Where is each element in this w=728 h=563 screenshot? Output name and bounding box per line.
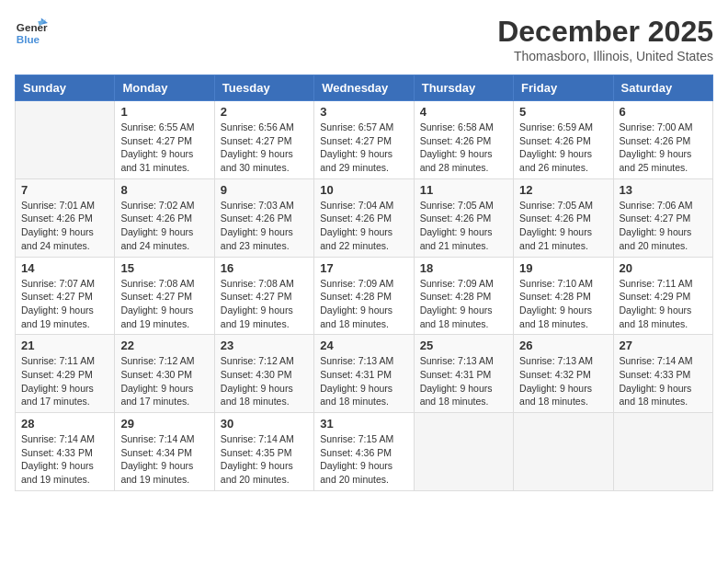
day-number: 29 <box>120 417 208 431</box>
calendar-day-cell: 15Sunrise: 7:08 AMSunset: 4:27 PMDayligh… <box>115 257 214 335</box>
calendar-day-cell: 24Sunrise: 7:13 AMSunset: 4:31 PMDayligh… <box>314 335 414 413</box>
day-number: 18 <box>420 261 507 275</box>
calendar-day-cell: 31Sunrise: 7:15 AMSunset: 4:36 PMDayligh… <box>314 413 414 491</box>
day-info: Sunrise: 7:13 AMSunset: 4:31 PMDaylight:… <box>320 354 407 408</box>
calendar-day-cell <box>514 413 613 491</box>
day-info: Sunrise: 7:07 AMSunset: 4:27 PMDaylight:… <box>21 277 108 331</box>
day-info: Sunrise: 7:14 AMSunset: 4:34 PMDaylight:… <box>120 432 208 487</box>
day-info: Sunrise: 7:05 AMSunset: 4:26 PMDaylight:… <box>420 199 507 253</box>
location-subtitle: Thomasboro, Illinois, United States <box>497 49 713 63</box>
calendar-day-cell: 8Sunrise: 7:02 AMSunset: 4:26 PMDaylight… <box>115 178 214 257</box>
weekday-header-cell: Thursday <box>414 75 513 101</box>
day-info: Sunrise: 7:08 AMSunset: 4:27 PMDaylight:… <box>221 277 308 331</box>
day-number: 30 <box>221 417 308 431</box>
calendar-day-cell: 23Sunrise: 7:12 AMSunset: 4:30 PMDayligh… <box>214 335 313 413</box>
weekday-header-cell: Friday <box>514 75 613 101</box>
day-number: 13 <box>620 183 707 197</box>
calendar-body: 1Sunrise: 6:55 AMSunset: 4:27 PMDaylight… <box>16 101 713 491</box>
day-info: Sunrise: 7:11 AMSunset: 4:29 PMDaylight:… <box>21 354 108 408</box>
day-info: Sunrise: 6:56 AMSunset: 4:27 PMDaylight:… <box>221 121 308 175</box>
day-info: Sunrise: 6:58 AMSunset: 4:26 PMDaylight:… <box>420 121 507 175</box>
day-info: Sunrise: 7:14 AMSunset: 4:33 PMDaylight:… <box>21 432 108 487</box>
day-number: 6 <box>620 105 707 119</box>
calendar-day-cell: 30Sunrise: 7:14 AMSunset: 4:35 PMDayligh… <box>214 413 313 491</box>
day-number: 14 <box>21 261 108 275</box>
calendar-day-cell: 3Sunrise: 6:57 AMSunset: 4:27 PMDaylight… <box>314 101 414 179</box>
day-number: 21 <box>21 339 108 352</box>
day-number: 10 <box>320 183 407 197</box>
day-info: Sunrise: 6:55 AMSunset: 4:27 PMDaylight:… <box>120 121 208 175</box>
title-block: December 2025 Thomasboro, Illinois, Unit… <box>497 15 713 63</box>
day-info: Sunrise: 7:14 AMSunset: 4:33 PMDaylight:… <box>620 354 707 408</box>
calendar-day-cell: 11Sunrise: 7:05 AMSunset: 4:26 PMDayligh… <box>414 178 513 257</box>
calendar-day-cell: 19Sunrise: 7:10 AMSunset: 4:28 PMDayligh… <box>514 257 613 335</box>
calendar-day-cell: 12Sunrise: 7:05 AMSunset: 4:26 PMDayligh… <box>514 178 613 257</box>
day-number: 19 <box>519 261 607 275</box>
day-info: Sunrise: 7:05 AMSunset: 4:26 PMDaylight:… <box>519 199 607 253</box>
day-number: 9 <box>221 183 308 197</box>
calendar-day-cell: 14Sunrise: 7:07 AMSunset: 4:27 PMDayligh… <box>16 257 115 335</box>
day-info: Sunrise: 6:57 AMSunset: 4:27 PMDaylight:… <box>320 121 407 175</box>
day-info: Sunrise: 7:09 AMSunset: 4:28 PMDaylight:… <box>420 277 507 331</box>
day-info: Sunrise: 7:12 AMSunset: 4:30 PMDaylight:… <box>221 354 308 408</box>
calendar-day-cell: 29Sunrise: 7:14 AMSunset: 4:34 PMDayligh… <box>115 413 214 491</box>
day-number: 25 <box>420 339 507 352</box>
day-number: 20 <box>620 261 707 275</box>
day-number: 3 <box>320 105 407 119</box>
weekday-header-cell: Monday <box>115 75 214 101</box>
weekday-header-row: SundayMondayTuesdayWednesdayThursdayFrid… <box>16 75 713 101</box>
day-number: 5 <box>519 105 607 119</box>
calendar-week-row: 14Sunrise: 7:07 AMSunset: 4:27 PMDayligh… <box>16 257 713 335</box>
calendar-day-cell: 9Sunrise: 7:03 AMSunset: 4:26 PMDaylight… <box>214 178 313 257</box>
day-info: Sunrise: 7:08 AMSunset: 4:27 PMDaylight:… <box>120 277 208 331</box>
day-info: Sunrise: 7:03 AMSunset: 4:26 PMDaylight:… <box>221 199 308 253</box>
calendar-day-cell: 13Sunrise: 7:06 AMSunset: 4:27 PMDayligh… <box>613 178 712 257</box>
calendar-week-row: 21Sunrise: 7:11 AMSunset: 4:29 PMDayligh… <box>16 335 713 413</box>
calendar-day-cell <box>414 413 513 491</box>
day-number: 27 <box>620 339 707 352</box>
calendar-day-cell <box>613 413 712 491</box>
calendar-day-cell: 5Sunrise: 6:59 AMSunset: 4:26 PMDaylight… <box>514 101 613 179</box>
weekday-header-cell: Wednesday <box>314 75 414 101</box>
weekday-header-cell: Saturday <box>613 75 712 101</box>
day-number: 26 <box>519 339 607 352</box>
svg-text:Blue: Blue <box>17 33 40 45</box>
calendar-day-cell <box>16 101 115 179</box>
calendar-week-row: 7Sunrise: 7:01 AMSunset: 4:26 PMDaylight… <box>16 178 713 257</box>
day-info: Sunrise: 7:13 AMSunset: 4:32 PMDaylight:… <box>519 354 607 408</box>
calendar-day-cell: 25Sunrise: 7:13 AMSunset: 4:31 PMDayligh… <box>414 335 513 413</box>
day-number: 31 <box>320 417 407 431</box>
day-number: 22 <box>120 339 208 352</box>
day-number: 16 <box>221 261 308 275</box>
calendar-day-cell: 21Sunrise: 7:11 AMSunset: 4:29 PMDayligh… <box>16 335 115 413</box>
calendar-day-cell: 26Sunrise: 7:13 AMSunset: 4:32 PMDayligh… <box>514 335 613 413</box>
day-number: 7 <box>21 183 108 197</box>
day-number: 2 <box>221 105 308 119</box>
day-info: Sunrise: 7:10 AMSunset: 4:28 PMDaylight:… <box>519 277 607 331</box>
day-number: 23 <box>221 339 308 352</box>
logo: General Blue <box>15 15 48 48</box>
logo-icon: General Blue <box>15 15 48 48</box>
day-number: 8 <box>120 183 208 197</box>
day-info: Sunrise: 7:09 AMSunset: 4:28 PMDaylight:… <box>320 277 407 331</box>
day-number: 17 <box>320 261 407 275</box>
calendar-day-cell: 4Sunrise: 6:58 AMSunset: 4:26 PMDaylight… <box>414 101 513 179</box>
day-info: Sunrise: 7:00 AMSunset: 4:26 PMDaylight:… <box>620 121 707 175</box>
calendar-day-cell: 7Sunrise: 7:01 AMSunset: 4:26 PMDaylight… <box>16 178 115 257</box>
month-year-title: December 2025 <box>497 15 713 49</box>
weekday-header-cell: Sunday <box>16 75 115 101</box>
day-info: Sunrise: 7:04 AMSunset: 4:26 PMDaylight:… <box>320 199 407 253</box>
calendar-week-row: 28Sunrise: 7:14 AMSunset: 4:33 PMDayligh… <box>16 413 713 491</box>
day-info: Sunrise: 7:01 AMSunset: 4:26 PMDaylight:… <box>21 199 108 253</box>
day-info: Sunrise: 6:59 AMSunset: 4:26 PMDaylight:… <box>519 121 607 175</box>
calendar-day-cell: 1Sunrise: 6:55 AMSunset: 4:27 PMDaylight… <box>115 101 214 179</box>
calendar-day-cell: 10Sunrise: 7:04 AMSunset: 4:26 PMDayligh… <box>314 178 414 257</box>
page-header: General Blue December 2025 Thomasboro, I… <box>15 15 713 63</box>
calendar-day-cell: 27Sunrise: 7:14 AMSunset: 4:33 PMDayligh… <box>613 335 712 413</box>
day-info: Sunrise: 7:06 AMSunset: 4:27 PMDaylight:… <box>620 199 707 253</box>
day-info: Sunrise: 7:12 AMSunset: 4:30 PMDaylight:… <box>120 354 208 408</box>
calendar-day-cell: 28Sunrise: 7:14 AMSunset: 4:33 PMDayligh… <box>16 413 115 491</box>
calendar-day-cell: 2Sunrise: 6:56 AMSunset: 4:27 PMDaylight… <box>214 101 313 179</box>
calendar-day-cell: 6Sunrise: 7:00 AMSunset: 4:26 PMDaylight… <box>613 101 712 179</box>
day-number: 24 <box>320 339 407 352</box>
